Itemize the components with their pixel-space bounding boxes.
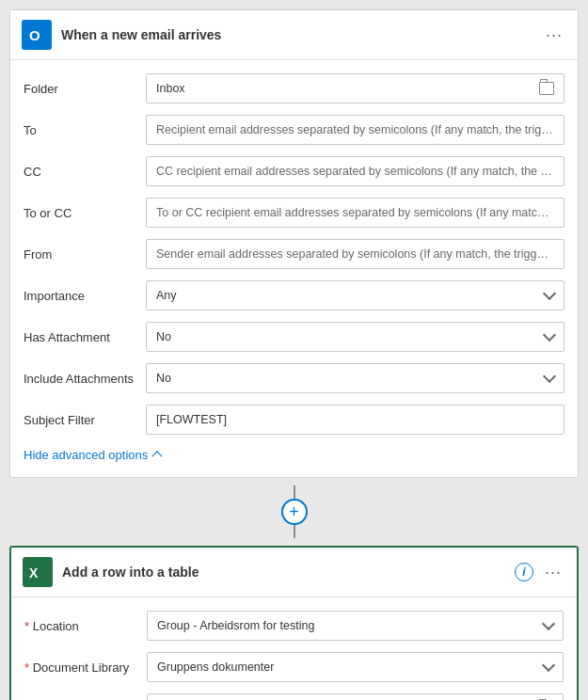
info-icon[interactable]: i [515, 563, 533, 581]
folder-input[interactable]: Inbox [146, 73, 564, 103]
hide-advanced-label: Hide advanced options [24, 448, 148, 462]
to-label: To [24, 123, 146, 137]
trigger-card-body: Folder Inbox To Recipient email addresse… [10, 60, 578, 477]
has-attachment-chevron [543, 328, 556, 342]
action-card-header: X Add a row into a table i ··· [11, 548, 577, 597]
doc-library-value: Gruppens dokumenter [157, 660, 536, 674]
cc-label: CC [24, 165, 146, 179]
include-attachments-chevron [543, 370, 556, 383]
has-attachment-value: No [156, 330, 537, 343]
trigger-card-header: O When a new email arrives ··· [10, 10, 578, 60]
outlook-icon-wrapper: O [22, 20, 52, 50]
importance-field-row: Importance Any [10, 275, 578, 316]
doc-library-label: * Document Library [24, 660, 147, 675]
location-required-star: * [24, 619, 33, 633]
action-card-menu[interactable]: ··· [541, 563, 565, 582]
excel-icon: X [23, 557, 53, 587]
connector-plus-icon: + [289, 502, 299, 522]
include-attachments-field-row: Include Attachments No [10, 358, 578, 399]
connector-line-bottom [294, 525, 295, 538]
folder-icon [539, 82, 554, 95]
hide-advanced-options[interactable]: Hide advanced options [10, 440, 578, 469]
from-label: From [24, 247, 146, 262]
trigger-card-title: When a new email arrives [61, 27, 542, 42]
include-attachments-label: Include Attachments [24, 372, 146, 386]
has-attachment-label: Has Attachment [24, 330, 146, 344]
include-attachments-value: No [156, 372, 537, 385]
svg-text:O: O [29, 27, 40, 43]
include-attachments-dropdown[interactable]: No [146, 363, 564, 393]
importance-label: Importance [24, 289, 146, 303]
cc-placeholder: CC recipient email addresses separated b… [156, 165, 554, 178]
subject-filter-label: Subject Filter [24, 413, 146, 427]
to-placeholder: Recipient email addresses separated by s… [156, 123, 554, 136]
action-card-actions: i ··· [515, 563, 565, 582]
doc-library-chevron [542, 659, 555, 672]
action-card-body: * Location Group - Arbeidsrom for testin… [11, 597, 577, 700]
importance-value: Any [156, 289, 537, 302]
svg-text:X: X [29, 565, 39, 581]
folder-value: Inbox [156, 82, 533, 95]
location-chevron [542, 617, 555, 630]
cc-field-row: CC CC recipient email addresses separate… [10, 151, 578, 192]
to-or-cc-input[interactable]: To or CC recipient email addresses separ… [146, 198, 564, 228]
importance-chevron [543, 287, 556, 300]
location-field-row: * Location Group - Arbeidsrom for testin… [11, 605, 577, 646]
file-input[interactable]: /Flowtest2_SP.xlsx [147, 693, 564, 700]
folder-field-row: Folder Inbox [10, 68, 578, 109]
connector-line-top [294, 485, 295, 499]
action-card-title: Add a row into a table [62, 565, 515, 580]
to-or-cc-placeholder: To or CC recipient email addresses separ… [156, 206, 554, 219]
to-or-cc-field-row: To or CC To or CC recipient email addres… [10, 192, 578, 233]
subject-filter-input[interactable]: [FLOWTEST] [146, 405, 564, 435]
cc-input[interactable]: CC recipient email addresses separated b… [146, 156, 564, 186]
folder-label: Folder [24, 82, 146, 96]
has-attachment-field-row: Has Attachment No [10, 316, 578, 358]
to-or-cc-label: To or CC [24, 206, 146, 220]
subject-filter-value: [FLOWTEST] [156, 413, 554, 426]
doc-library-required-star: * [24, 660, 33, 675]
subject-filter-field-row: Subject Filter [FLOWTEST] [10, 399, 578, 440]
has-attachment-dropdown[interactable]: No [146, 322, 564, 352]
from-input[interactable]: Sender email addresses separated by semi… [146, 239, 564, 269]
trigger-card-actions: ··· [542, 25, 566, 45]
trigger-card: O When a new email arrives ··· Folder In… [9, 9, 579, 478]
trigger-card-menu[interactable]: ··· [542, 25, 566, 45]
from-field-row: From Sender email addresses separated by… [10, 233, 578, 275]
file-field-row: * File /Flowtest2_SP.xlsx [11, 688, 577, 700]
location-dropdown[interactable]: Group - Arbeidsrom for testing [147, 611, 564, 641]
connector-plus-button[interactable]: + [281, 499, 308, 525]
to-input[interactable]: Recipient email addresses separated by s… [146, 115, 564, 145]
hide-advanced-chevron [152, 451, 163, 461]
importance-dropdown[interactable]: Any [146, 280, 564, 310]
to-field-row: To Recipient email addresses separated b… [10, 109, 578, 151]
action-card: X Add a row into a table i ··· * Locatio… [9, 546, 579, 700]
location-value: Group - Arbeidsrom for testing [157, 619, 536, 632]
doc-library-field-row: * Document Library Gruppens dokumenter [11, 646, 577, 688]
doc-library-dropdown[interactable]: Gruppens dokumenter [147, 652, 564, 682]
from-placeholder: Sender email addresses separated by semi… [156, 247, 554, 261]
excel-icon-wrapper: X [23, 557, 53, 587]
flow-connector: + [9, 480, 579, 544]
outlook-icon: O [22, 20, 52, 50]
location-label: * Location [24, 619, 147, 633]
